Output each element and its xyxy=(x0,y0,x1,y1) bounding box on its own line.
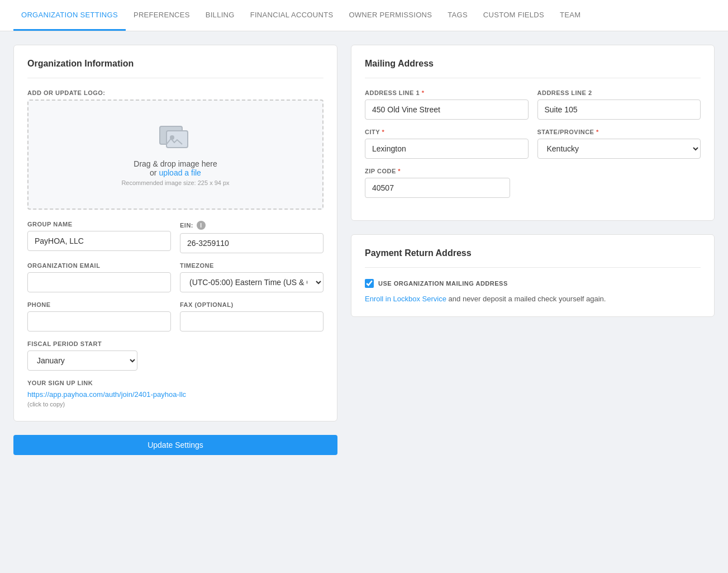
left-column: Organization Information ADD OR UPDATE L… xyxy=(13,45,337,455)
zip-field: ZIP CODE * xyxy=(365,168,510,198)
phone-field: PHONE xyxy=(27,301,171,332)
logo-label: ADD OR UPDATE LOGO: xyxy=(27,89,323,96)
logo-upload-area[interactable]: Drag & drop image here or upload a file … xyxy=(27,100,323,210)
fiscal-select[interactable]: JanuaryFebruaryMarch AprilMayJune JulyAu… xyxy=(27,351,137,371)
city-label: CITY * xyxy=(365,129,529,135)
fax-label: FAX (OPTIONAL) xyxy=(180,301,323,308)
use-mailing-row: USE ORGANIZATION MAILING ADDRESS xyxy=(365,279,701,288)
right-column: Mailing Address ADDRESS LINE 1 * ADDRESS… xyxy=(351,45,715,317)
image-upload-icon xyxy=(159,123,192,153)
timezone-field: TIMEZONE (UTC-05:00) Eastern Time (US & … xyxy=(180,262,323,292)
lockbox-text: and never deposit a mailed check yoursel… xyxy=(449,295,606,303)
org-email-input[interactable] xyxy=(27,272,171,292)
addr1-field: ADDRESS LINE 1 * xyxy=(365,89,529,120)
group-name-field: GROUP NAME xyxy=(27,221,171,253)
click-to-copy-hint: (click to copy) xyxy=(27,401,323,408)
zip-input[interactable] xyxy=(365,178,510,198)
tab-preferences[interactable]: PREFERENCES xyxy=(126,1,198,31)
fiscal-label: FISCAL PERIOD START xyxy=(27,340,137,347)
fiscal-field: FISCAL PERIOD START JanuaryFebruaryMarch… xyxy=(27,340,137,371)
email-timezone-row: ORGANIZATION EMAIL TIMEZONE (UTC-05:00) … xyxy=(27,262,323,292)
addr2-input[interactable] xyxy=(537,100,701,120)
tab-financial-accounts[interactable]: FINANCIAL ACCOUNTS xyxy=(242,1,341,31)
tab-billing[interactable]: BILLING xyxy=(198,1,242,31)
state-label: STATE/PROVINCE * xyxy=(537,129,701,135)
tab-organization-settings[interactable]: ORGANIZATION SETTINGS xyxy=(13,1,126,31)
org-info-title: Organization Information xyxy=(27,59,323,78)
lockbox-link[interactable]: Enroll in Lockbox Service xyxy=(365,295,446,303)
address-line-row: ADDRESS LINE 1 * ADDRESS LINE 2 xyxy=(365,89,701,120)
fiscal-row: FISCAL PERIOD START JanuaryFebruaryMarch… xyxy=(27,340,323,371)
tab-team[interactable]: TEAM xyxy=(552,1,588,31)
city-field: CITY * xyxy=(365,129,529,159)
lockbox-description: Enroll in Lockbox Service and never depo… xyxy=(365,295,701,303)
addr1-label: ADDRESS LINE 1 * xyxy=(365,89,529,96)
group-name-label: GROUP NAME xyxy=(27,221,171,228)
addr2-label: ADDRESS LINE 2 xyxy=(537,89,701,96)
zip-label: ZIP CODE * xyxy=(365,168,510,174)
tab-tags[interactable]: TAGS xyxy=(440,1,475,31)
drag-drop-text: Drag & drop image here xyxy=(134,159,217,168)
upload-file-link[interactable]: upload a file xyxy=(159,168,201,177)
zip-row: ZIP CODE * xyxy=(365,168,701,198)
fax-field: FAX (OPTIONAL) xyxy=(180,301,323,332)
upload-or-text: or upload a file xyxy=(150,168,201,177)
state-select[interactable]: AlabamaAlaskaArizonaArkansas CaliforniaC… xyxy=(537,139,701,159)
update-settings-button[interactable]: Update Settings xyxy=(13,435,337,455)
state-field: STATE/PROVINCE * AlabamaAlaskaArizonaArk… xyxy=(537,129,701,159)
phone-input[interactable] xyxy=(27,311,171,332)
ein-label: EIN: i xyxy=(180,221,323,230)
payment-return-title: Payment Return Address xyxy=(365,248,701,268)
city-input[interactable] xyxy=(365,139,529,159)
org-email-field: ORGANIZATION EMAIL xyxy=(27,262,171,292)
mailing-address-card: Mailing Address ADDRESS LINE 1 * ADDRESS… xyxy=(351,45,715,221)
group-name-input[interactable] xyxy=(27,231,171,251)
upload-hint: Recommended image size: 225 x 94 px xyxy=(121,179,229,186)
org-email-label: ORGANIZATION EMAIL xyxy=(27,262,171,269)
sign-up-section: YOUR SIGN UP LINK https://app.payhoa.com… xyxy=(27,380,323,408)
group-ein-row: GROUP NAME EIN: i xyxy=(27,221,323,253)
payment-return-card: Payment Return Address USE ORGANIZATION … xyxy=(351,234,715,317)
sign-up-label: YOUR SIGN UP LINK xyxy=(27,380,323,386)
phone-label: PHONE xyxy=(27,301,171,308)
timezone-label: TIMEZONE xyxy=(180,262,323,269)
ein-input[interactable] xyxy=(180,233,323,253)
timezone-select[interactable]: (UTC-05:00) Eastern Time (US & Car (UTC-… xyxy=(180,272,323,292)
sign-up-link[interactable]: https://app.payhoa.com/auth/join/2401-pa… xyxy=(27,390,186,399)
tab-owner-permissions[interactable]: OWNER PERMISSIONS xyxy=(341,1,440,31)
ein-field: EIN: i xyxy=(180,221,323,253)
use-mailing-label: USE ORGANIZATION MAILING ADDRESS xyxy=(378,280,508,287)
use-mailing-checkbox[interactable] xyxy=(365,279,374,288)
fax-input[interactable] xyxy=(180,311,323,332)
addr2-field: ADDRESS LINE 2 xyxy=(537,89,701,120)
tab-custom-fields[interactable]: CUSTOM FIELDS xyxy=(475,1,552,31)
org-info-card: Organization Information ADD OR UPDATE L… xyxy=(13,45,337,422)
ein-info-icon[interactable]: i xyxy=(197,221,206,230)
city-state-row: CITY * STATE/PROVINCE * AlabamaAlaskaAri… xyxy=(365,129,701,159)
top-navigation: ORGANIZATION SETTINGS PREFERENCES BILLIN… xyxy=(0,0,728,31)
page-content: Organization Information ADD OR UPDATE L… xyxy=(0,31,728,468)
mailing-address-title: Mailing Address xyxy=(365,59,701,78)
addr1-input[interactable] xyxy=(365,100,529,120)
phone-fax-row: PHONE FAX (OPTIONAL) xyxy=(27,301,323,332)
